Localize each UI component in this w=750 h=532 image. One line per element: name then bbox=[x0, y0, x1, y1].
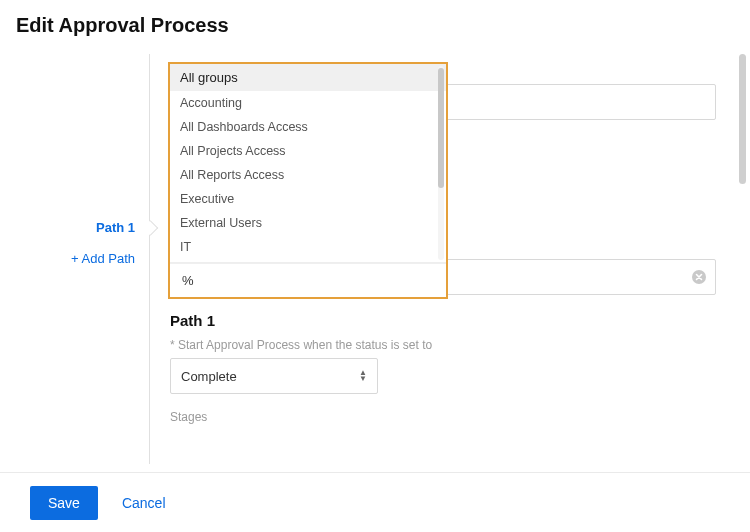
footer-bar: Save Cancel bbox=[0, 472, 750, 532]
clear-icon[interactable] bbox=[691, 269, 707, 285]
dropdown-scrollbar-thumb[interactable] bbox=[438, 68, 444, 188]
dropdown-search-row bbox=[170, 263, 446, 297]
group-dropdown-list[interactable]: All groups Accounting All Dashboards Acc… bbox=[170, 64, 446, 263]
group-dropdown: All groups Accounting All Dashboards Acc… bbox=[168, 62, 448, 299]
dropdown-option[interactable]: Legal bbox=[170, 259, 446, 263]
page-title: Edit Approval Process bbox=[0, 0, 750, 43]
dropdown-option[interactable]: Executive bbox=[170, 187, 446, 211]
dropdown-option[interactable]: All Projects Access bbox=[170, 139, 446, 163]
cancel-button[interactable]: Cancel bbox=[116, 494, 172, 512]
add-path-link[interactable]: + Add Path bbox=[0, 241, 149, 272]
page-scrollbar-thumb[interactable] bbox=[739, 54, 746, 184]
dropdown-option[interactable]: External Users bbox=[170, 211, 446, 235]
start-status-label: * Start Approval Process when the status… bbox=[170, 338, 432, 352]
dropdown-option[interactable]: All Reports Access bbox=[170, 163, 446, 187]
stages-label: Stages bbox=[170, 410, 207, 424]
sidebar-item-path-1[interactable]: Path 1 bbox=[0, 214, 149, 241]
dropdown-option[interactable]: IT bbox=[170, 235, 446, 259]
side-nav: Path 1 + Add Path bbox=[0, 54, 150, 464]
dropdown-option[interactable]: Accounting bbox=[170, 91, 446, 115]
status-select-value: Complete bbox=[181, 369, 237, 384]
select-caret-icon: ▲▼ bbox=[359, 370, 367, 382]
dropdown-scrollbar[interactable] bbox=[438, 66, 444, 260]
dropdown-option-all-groups[interactable]: All groups bbox=[170, 64, 446, 91]
required-marker: * bbox=[170, 338, 175, 352]
status-select[interactable]: Complete ▲▼ bbox=[170, 358, 378, 394]
dropdown-search-input[interactable] bbox=[180, 272, 440, 289]
save-button[interactable]: Save bbox=[30, 486, 98, 520]
path-heading: Path 1 bbox=[170, 312, 215, 329]
start-status-label-text: Start Approval Process when the status i… bbox=[178, 338, 432, 352]
dropdown-option[interactable]: All Dashboards Access bbox=[170, 115, 446, 139]
